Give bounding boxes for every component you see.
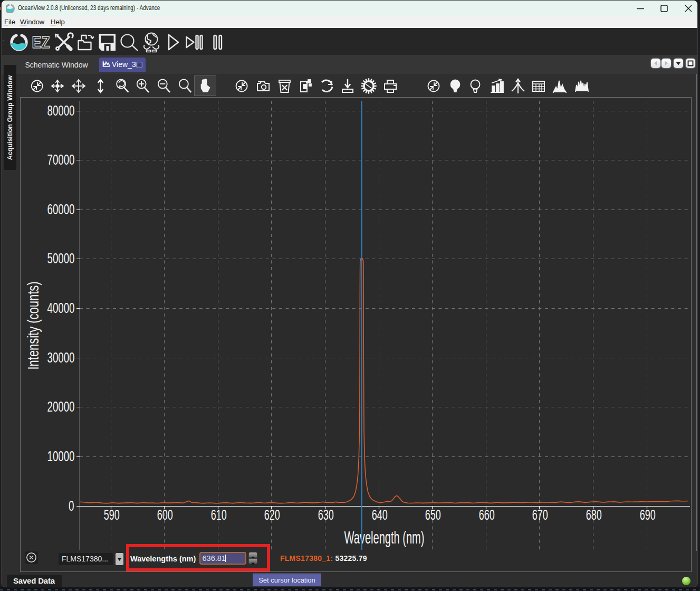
svg-text:70000: 70000	[47, 152, 75, 168]
svg-text:650: 650	[425, 507, 441, 523]
svg-text:EZ: EZ	[32, 33, 50, 52]
svg-text:Wavelength (nm): Wavelength (nm)	[344, 527, 425, 547]
svg-text:600: 600	[157, 507, 173, 523]
svg-text:80000: 80000	[47, 103, 75, 119]
svg-text:630: 630	[318, 507, 334, 523]
svg-text:690: 690	[640, 507, 656, 523]
svg-text:610: 610	[211, 507, 227, 523]
svg-text:20000: 20000	[47, 399, 75, 415]
svg-text:Intensity (counts): Intensity (counts)	[24, 282, 42, 370]
svg-text:30000: 30000	[47, 350, 75, 366]
svg-text:640: 640	[372, 507, 388, 523]
svg-text:0: 0	[69, 498, 74, 514]
svg-text:620: 620	[264, 507, 280, 523]
svg-text:680: 680	[586, 507, 602, 523]
svg-text:40000: 40000	[47, 300, 75, 316]
svg-text:10000: 10000	[47, 449, 75, 464]
svg-text:670: 670	[532, 507, 548, 523]
svg-text:660: 660	[479, 507, 495, 523]
svg-text:590: 590	[104, 507, 120, 523]
svg-text:60000: 60000	[47, 202, 75, 217]
svg-text:50000: 50000	[47, 251, 75, 266]
